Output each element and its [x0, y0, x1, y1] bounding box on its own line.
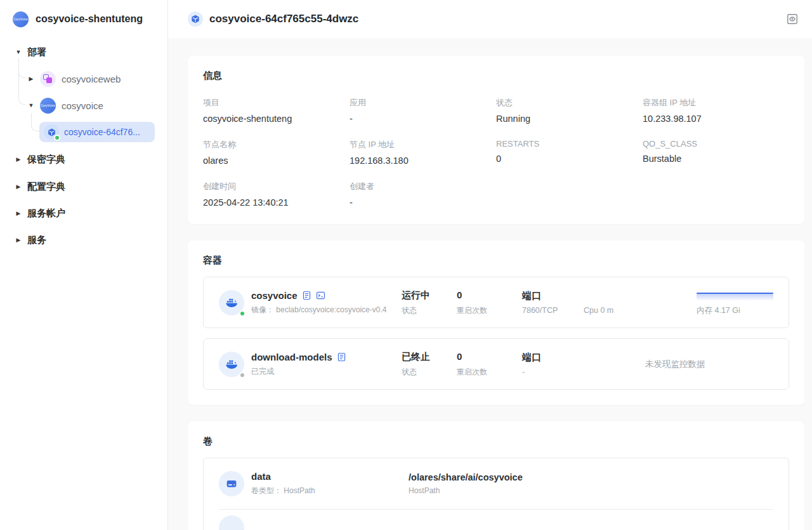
- docker-whale-icon: [219, 352, 244, 377]
- container-monitor-empty: 未发现监控数据: [584, 359, 773, 370]
- page-header: cosyvoice-64cf765c55-4dwzc: [168, 0, 812, 38]
- main-panel: cosyvoice-64cf765c55-4dwzc 信息 项目 cosyvoi…: [168, 0, 812, 530]
- info-field-restarts: RESTARTS 0: [496, 139, 643, 166]
- chevron-down-icon[interactable]: ▼: [28, 102, 34, 109]
- selected-pod-item[interactable]: cosyvoice-64cf76...: [39, 122, 155, 142]
- containers-card-title: 容器: [203, 255, 789, 267]
- page-title: cosyvoice-64cf765c55-4dwzc: [209, 13, 786, 25]
- container-row-download-models: download-models 已完成: [203, 338, 789, 390]
- volume-path-sub: HostPath: [409, 486, 523, 495]
- container-ports: 端口 7860/TCP: [522, 290, 584, 315]
- info-field-status: 状态 Running: [496, 97, 643, 124]
- container-restarts: 0 重启次数: [457, 351, 522, 378]
- tree-item-configmaps[interactable]: ▶ 配置字典: [0, 173, 167, 200]
- container-status: 已终止 状态: [402, 351, 457, 378]
- inspect-yaml-icon[interactable]: [786, 13, 799, 25]
- container-ports: 端口 -: [522, 352, 584, 376]
- info-field-node-name: 节点名称 olares: [203, 139, 350, 166]
- tree-item-pod-selected: cosyvoice-64cf76...: [0, 119, 167, 145]
- volumes-card-title: 卷: [203, 435, 789, 447]
- container-status: 运行中 状态: [402, 289, 457, 316]
- sidebar-app-header: CosyVoice cosyvoice-shentuteng: [0, 0, 167, 38]
- pod-icon: [44, 124, 59, 140]
- container-image: 镜像： beclab/cosyvoice:cosyvoice-v0.4: [251, 305, 386, 315]
- chevron-right-icon[interactable]: ▶: [15, 156, 22, 162]
- cosyvoice-avatar: CosyVoice: [40, 98, 56, 114]
- tree-item-secrets[interactable]: ▶ 保密字典: [0, 145, 167, 173]
- chevron-right-icon[interactable]: ▶: [15, 237, 22, 243]
- container-logs-icon[interactable]: [302, 291, 311, 300]
- app-avatar: CosyVoice: [13, 11, 29, 27]
- pod-icon: [188, 11, 203, 27]
- app-squares-icon: [40, 71, 56, 87]
- app-window: CosyVoice cosyvoice-shentuteng ▼ 部署 ▶ co…: [0, 0, 812, 530]
- container-state: 已完成: [251, 366, 346, 377]
- volume-path-col: /olares/share/ai/cosyvoice HostPath: [409, 472, 523, 495]
- volume-disk-icon: [219, 515, 244, 530]
- volume-path: /olares/share/ai/cosyvoice: [409, 472, 523, 482]
- container-memory-monitor: 内存 4.17 Gi: [697, 289, 773, 316]
- tree-connector: [31, 113, 39, 131]
- volume-row-partial: [204, 510, 789, 530]
- tree-item-serviceaccounts[interactable]: ▶ 服务帐户: [0, 200, 167, 227]
- volumes-card: 卷 data: [188, 421, 804, 530]
- container-terminal-icon[interactable]: [316, 291, 325, 300]
- info-card: 信息 项目 cosyvoice-shentuteng 应用 - 状态 Runni…: [188, 56, 804, 224]
- page-content: 信息 项目 cosyvoice-shentuteng 应用 - 状态 Runni…: [168, 38, 812, 530]
- container-row-cosyvoice: cosyvoice: [203, 277, 789, 328]
- volume-row-data: data 卷类型： HostPath /olares/share/ai/cosy…: [204, 458, 789, 509]
- container-name[interactable]: cosyvoice: [251, 290, 298, 301]
- docker-whale-icon: [219, 290, 244, 315]
- chevron-right-icon[interactable]: ▶: [15, 210, 22, 216]
- info-field-pod-ip: 容器组 IP 地址 10.233.98.107: [643, 97, 789, 124]
- container-logs-icon[interactable]: [337, 352, 346, 362]
- resource-tree: ▼ 部署 ▶ cosyvoiceweb ▼ CosyVoice cosyvoic…: [0, 38, 167, 253]
- chevron-right-icon[interactable]: ▶: [28, 76, 34, 82]
- app-title: cosyvoice-shentuteng: [36, 13, 143, 25]
- info-field-app: 应用 -: [350, 97, 496, 124]
- memory-sparkline: [697, 289, 773, 303]
- sidebar: CosyVoice cosyvoice-shentuteng ▼ 部署 ▶ co…: [0, 0, 168, 530]
- info-card-title: 信息: [203, 70, 789, 82]
- status-dot-running: [54, 135, 60, 141]
- info-grid: 项目 cosyvoice-shentuteng 应用 - 状态 Running …: [203, 97, 789, 208]
- info-field-node-ip: 节点 IP 地址 192.168.3.180: [350, 139, 496, 166]
- volume-disk-icon: [219, 471, 244, 496]
- containers-card: 容器: [188, 241, 804, 405]
- chevron-down-icon[interactable]: ▼: [15, 49, 22, 55]
- container-restarts: 0 重启次数: [457, 289, 522, 316]
- volumes-list: data 卷类型： HostPath /olares/share/ai/cosy…: [203, 458, 789, 530]
- volume-type: 卷类型： HostPath: [251, 486, 315, 496]
- info-field-created-time: 创建时间 2025-04-22 13:40:21: [203, 181, 350, 208]
- container-name[interactable]: download-models: [251, 352, 332, 362]
- status-dot-terminated: [239, 372, 246, 378]
- info-field-qos-class: QO_S_CLASS Burstable: [643, 139, 789, 166]
- chevron-right-icon[interactable]: ▶: [15, 183, 22, 190]
- info-field-project: 项目 cosyvoice-shentuteng: [203, 97, 350, 124]
- tree-connector: [18, 58, 25, 105]
- info-field-creator: 创建者 -: [350, 181, 496, 208]
- status-dot-running: [239, 310, 246, 317]
- tree-item-services[interactable]: ▶ 服务: [0, 227, 167, 253]
- volume-name: data: [251, 471, 315, 482]
- container-cpu-monitor: Cpu 0 m: [584, 290, 697, 315]
